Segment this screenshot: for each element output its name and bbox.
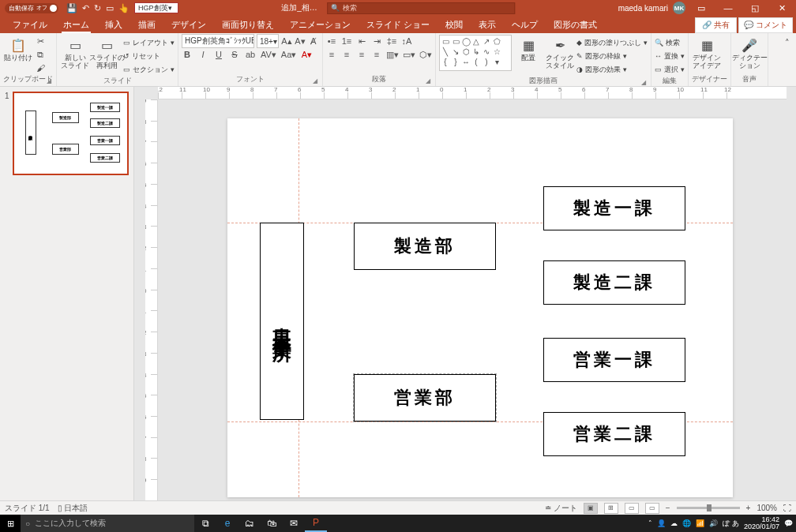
language-indicator[interactable]: ▯ 日本語	[58, 503, 88, 514]
quick-styles-button[interactable]: ✒ クイック スタイル	[545, 35, 575, 70]
taskbar-search[interactable]: ○ ここに入力して検索	[21, 515, 194, 532]
slide-canvas[interactable]: 東日本事業所 製造部 営業部 製造一課 製造二課 営業一課 営業二課	[227, 118, 733, 497]
collapse-ribbon-icon[interactable]: ˄	[782, 36, 793, 49]
format-painter-icon[interactable]: 🖌	[35, 62, 46, 74]
minimize-icon[interactable]: —	[717, 0, 739, 16]
shape-main-office[interactable]: 東日本事業所	[260, 223, 304, 420]
volume-icon[interactable]: 🔊	[709, 519, 718, 527]
arrange-button[interactable]: ▦ 配置	[513, 35, 543, 62]
vertical-ruler[interactable]: 987 654 321 012 345 678 9	[145, 99, 158, 500]
find-button[interactable]: 🔍 検索	[655, 36, 685, 49]
fit-to-window-icon[interactable]: ⛶	[783, 504, 791, 512]
undo-icon[interactable]: ↶	[82, 3, 89, 13]
increase-indent-icon[interactable]: ⇥	[371, 35, 382, 47]
line-spacing-icon[interactable]: ‡≡	[386, 35, 397, 47]
tab-slideshow[interactable]: スライド ショー	[359, 17, 437, 33]
maximize-icon[interactable]: ◱	[744, 0, 766, 16]
tray-up-icon[interactable]: ˄	[648, 519, 652, 527]
notes-button[interactable]: ≐ ノート	[545, 503, 577, 514]
autosave-toggle[interactable]: 自動保存 オフ	[5, 3, 58, 13]
tab-design[interactable]: デザイン	[163, 17, 214, 33]
paste-button[interactable]: 📋 貼り付け	[3, 35, 33, 62]
tab-animations[interactable]: アニメーション	[282, 17, 359, 33]
slide-canvas-area[interactable]: 東日本事業所 製造部 営業部 製造一課 製造二課 営業一課 営業二課	[158, 99, 787, 500]
tab-shape-format[interactable]: 図形の書式	[546, 17, 605, 33]
edge-icon[interactable]: e	[216, 515, 238, 532]
character-spacing-icon[interactable]: AV▾	[261, 48, 276, 61]
shape-manufacturing-dept[interactable]: 製造部	[354, 223, 496, 270]
clipboard-launcher-icon[interactable]: ◢	[47, 77, 51, 84]
shape-sales-section-2[interactable]: 営業二課	[543, 412, 685, 456]
align-center-icon[interactable]: ≡	[341, 48, 352, 61]
layout-button[interactable]: ▭ レイアウト ▾	[123, 36, 175, 49]
select-button[interactable]: ▭ 選択 ▾	[655, 63, 685, 76]
onedrive-icon[interactable]: ☁	[670, 519, 678, 527]
people-icon[interactable]: 👤	[657, 519, 666, 527]
comments-button[interactable]: 💬 コメント	[738, 17, 793, 33]
task-view-icon[interactable]: ⧉	[194, 515, 216, 532]
save-icon[interactable]: 💾	[66, 3, 77, 13]
decrease-font-icon[interactable]: A▾	[295, 35, 306, 47]
taskbar-clock[interactable]: 16:42 2020/01/07	[744, 516, 779, 530]
normal-view-icon[interactable]: ▣	[584, 503, 598, 514]
zoom-out-icon[interactable]: −	[666, 504, 670, 512]
decrease-indent-icon[interactable]: ⇤	[356, 35, 367, 47]
horizontal-ruler[interactable]: 121110 987 654 321 012 345 678 91011 12	[158, 87, 787, 99]
align-text-icon[interactable]: ▭▾	[403, 48, 415, 61]
copy-icon[interactable]: ⧉	[35, 48, 46, 61]
columns-icon[interactable]: ▥▾	[386, 48, 399, 61]
font-size-selector[interactable]: 18+ ▾	[257, 34, 279, 48]
reset-button[interactable]: ↺ リセット	[123, 50, 175, 62]
text-shadow-button[interactable]: ab	[245, 48, 256, 61]
mail-icon[interactable]: ✉	[283, 515, 305, 532]
font-name-selector[interactable]: HGP創英角ｺﾞｼｯｸUB 本 ▾	[182, 34, 254, 48]
zoom-in-icon[interactable]: +	[746, 504, 751, 512]
shape-mfg-section-2[interactable]: 製造二課	[543, 260, 685, 305]
share-button[interactable]: 🔗 共有	[695, 17, 737, 33]
reading-view-icon[interactable]: ▭	[625, 503, 639, 514]
shapes-gallery[interactable]: ▭▭◯△↗⬠ ╲↘⬡↳∿☆ {}↔()▾	[439, 35, 512, 71]
close-icon[interactable]: ✕	[771, 0, 793, 16]
dictate-button[interactable]: 🎤 ディクテー ション	[734, 35, 764, 70]
reuse-slides-button[interactable]: ▭ スライドの 再利用	[92, 35, 122, 70]
sorter-view-icon[interactable]: ⊞	[604, 503, 618, 514]
bold-button[interactable]: B	[182, 48, 193, 61]
slide-thumbnails-panel[interactable]: 1 東日本事業所 製造部 営業部 製造一課 製造二課 営業一課 営業二課	[0, 87, 134, 500]
section-button[interactable]: ▭ セクション ▾	[123, 63, 175, 76]
change-case-icon[interactable]: Aa▾	[281, 48, 296, 61]
touch-mode-icon[interactable]: 👆	[118, 3, 130, 13]
numbering-icon[interactable]: 1≡	[341, 35, 352, 47]
shape-outline-button[interactable]: ✎ 図形の枠線 ▾	[576, 50, 648, 62]
slideshow-view-icon[interactable]: ▭	[645, 503, 659, 514]
shape-effects-button[interactable]: ◑ 図形の効果 ▾	[576, 63, 648, 76]
user-avatar[interactable]: MK	[673, 2, 685, 14]
cut-icon[interactable]: ✂	[35, 35, 46, 47]
tab-view[interactable]: 表示	[471, 17, 504, 33]
redo-icon[interactable]: ↻	[94, 3, 101, 13]
wifi-icon[interactable]: 📶	[696, 519, 704, 527]
text-direction-icon[interactable]: ↕A	[401, 35, 412, 47]
clear-formatting-icon[interactable]: A̸	[308, 35, 319, 47]
align-left-icon[interactable]: ≡	[326, 48, 337, 61]
tab-insert[interactable]: 挿入	[97, 17, 130, 33]
italic-button[interactable]: I	[197, 48, 208, 61]
tab-help[interactable]: ヘルプ	[504, 17, 546, 33]
slideshow-from-start-icon[interactable]: ▭	[106, 3, 114, 13]
store-icon[interactable]: 🛍	[261, 515, 283, 532]
tab-home[interactable]: ホーム	[55, 17, 97, 33]
shape-sales-section-1[interactable]: 営業一課	[543, 338, 685, 382]
tab-transitions[interactable]: 画面切り替え	[214, 17, 282, 33]
slide-counter[interactable]: スライド 1/1	[5, 503, 50, 514]
tab-file[interactable]: ファイル	[5, 17, 55, 33]
design-ideas-button[interactable]: ▦ デザイン アイデア	[692, 35, 722, 70]
new-slide-button[interactable]: ▭ 新しい スライド	[60, 35, 90, 70]
explorer-icon[interactable]: 🗂	[238, 515, 261, 532]
replace-button[interactable]: ↔ 置換 ▾	[655, 50, 685, 62]
search-box[interactable]: 🔍 検索	[327, 2, 515, 14]
zoom-slider[interactable]	[677, 507, 740, 509]
font-launcher-icon[interactable]: ◢	[313, 77, 317, 84]
shape-fill-button[interactable]: ◆ 図形の塗りつぶし ▾	[576, 36, 648, 49]
action-center-icon[interactable]: 💬	[784, 519, 793, 527]
tab-review[interactable]: 校閲	[437, 17, 471, 33]
underline-button[interactable]: U	[213, 48, 224, 61]
